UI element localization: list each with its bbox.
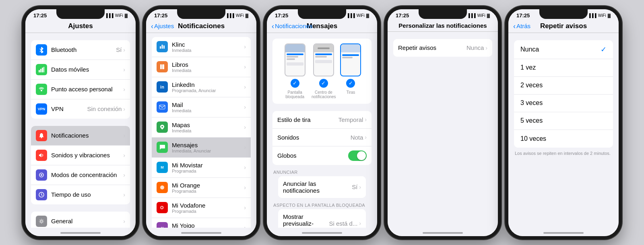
anunciar-section-header: ANUNCIAR [267,165,377,176]
battery-icon: ▓ [246,13,248,18]
globos-toggle[interactable] [348,150,367,161]
list-item-mivodafone[interactable]: O Mi Vodafone Programada › [152,198,251,218]
bluetooth-icon [36,44,47,56]
list-item-globos[interactable]: Globos [272,146,372,165]
chevron-icon: › [123,86,125,93]
svg-rect-5 [43,67,44,72]
item-label: General [51,218,123,224]
option-nunca[interactable]: Nunca ✓ [514,40,613,59]
item-text: General [51,218,123,224]
aspecto-list: Mostrar previsualiz­aciones Si está d...… [278,209,366,228]
item-label: Tiempo de uso [51,191,123,198]
chevron-icon: › [123,132,125,139]
list-item-mapas[interactable]: Mapas Inmediata › [152,117,251,138]
page-title: Repetir avisos [540,22,587,30]
preview-center: ✓ Centro de notificaciones [312,43,336,99]
option-5veces[interactable]: 5 veces [514,112,613,130]
list-item[interactable]: VPN VPN Sin conexión › [31,99,130,119]
settings-section: Estilo de tira Temporal › Sonidos Nota › [267,111,377,165]
chevron-icon: › [365,116,367,123]
item-sublabel: Programada [172,169,244,173]
list-item-miorange[interactable]: Mi Orange Programada › [152,178,251,198]
item-text: VPN [51,105,87,112]
list-item-klinc[interactable]: Klinc Inmediata › [152,37,251,57]
list-item-mensajes[interactable]: Mensajes Inmediata, Anunciar › [152,138,251,158]
list-item[interactable]: Sonidos y vibraciones › [31,146,130,165]
wifi-icon: WiFi [357,13,365,18]
list-item-mimovistar[interactable]: M Mi Movistar Programada › [152,158,251,178]
list-item-previsualizaciones[interactable]: Mostrar previsualiz­aciones Si está d...… [278,209,366,228]
list-item[interactable]: Punto acceso personal › [31,80,130,99]
item-text: Repetir avisos [398,44,466,51]
mail-icon [157,101,168,113]
mapas-icon [157,121,168,133]
screen-content[interactable]: Nunca ✓ 1 vez 2 veces 3 veces 5 veces [508,33,619,228]
page-title: Notificaciones [178,22,225,30]
item-label: Globos [277,152,348,159]
list-item-anunciar[interactable]: Anunciar las notificaciones Sí › [278,176,366,198]
item-sublabel: Inmediata [172,108,244,113]
list-item[interactable]: Modos de concentración › [31,165,130,185]
nav-bar: ‹ Notificaciones Mensajes [267,21,377,33]
list-item-estilo[interactable]: Estilo de tira Temporal › [272,111,372,129]
phone3-frame: 17:25 ▐▐▐ WiFi ▓ ‹ Notificaciones Mensaj… [264,6,380,239]
item-label: LinkedIn [172,81,244,88]
status-icons: ▐▐▐ WiFi ▓ [588,13,611,18]
back-button[interactable]: ‹ Notificaciones [272,23,312,30]
svg-point-11 [41,220,43,222]
chevron-icon: › [244,124,246,130]
list-item-repetir[interactable]: Repetir avisos Nunca › [393,39,492,57]
list-item-notifications[interactable]: Notificaciones › [31,126,130,146]
chevron-icon: › [123,106,125,112]
option-10veces[interactable]: 10 veces [514,130,613,148]
status-time: 17:25 [33,12,47,19]
screen-content[interactable]: Klinc Inmediata › Libros Inmediata [146,33,256,228]
svg-rect-27 [163,45,165,49]
back-button[interactable]: ‹ Atrás [513,23,530,30]
phone1-frame: 17:25 ▐▐▐ WiFi ▓ Ajustes Bluetooth [22,6,139,239]
item-label: Repetir avisos [398,44,466,51]
item-label: Mi Movistar [172,162,244,169]
option-1vez[interactable]: 1 vez [514,59,613,77]
screen-content[interactable]: ✓ Pantalla bloqueada ✓ [267,33,377,228]
preview-label: Pantalla bloqueada [283,90,307,99]
item-value: Nota [351,134,363,141]
item-text: Mensajes Inmediata, Anunciar [172,142,244,153]
option-3veces[interactable]: 3 veces [514,95,613,112]
aspecto-group: Mostrar previsualiz­aciones Si está d...… [272,209,372,228]
list-item-mail[interactable]: Mail Inmediata › [152,97,251,117]
chevron-icon: › [359,184,361,190]
list-item[interactable]: Tiempo de uso › [31,185,130,204]
list-item-sonidos[interactable]: Sonidos Nota › [272,129,372,146]
preview-section: ✓ Pantalla bloqueada ✓ [272,39,372,104]
list-item-linkedin[interactable]: in LinkedIn Programada, Anunciar › [152,77,251,97]
list-item[interactable]: Datos móviles › [31,60,130,80]
repeat-section: Repetir avisos Nunca › [388,39,498,57]
general-list: General › Centro de control › [31,212,130,228]
chevron-icon: › [123,191,125,198]
preview-phone [313,43,334,76]
checkmark-icon: ✓ [319,79,328,88]
list-item[interactable]: General › [31,212,130,228]
apps-list-container: Klinc Inmediata › Libros Inmediata [146,37,256,228]
focus-icon [36,169,47,181]
status-time: 17:25 [516,12,530,19]
option-2veces[interactable]: 2 veces [514,77,613,95]
chevron-icon: › [244,224,246,228]
svg-rect-7 [41,137,42,138]
list-item[interactable]: Bluetooth Sí › [31,40,130,60]
item-text: Bluetooth [51,46,116,53]
screen-content[interactable]: Repetir avisos Nunca › [388,32,498,226]
notifications-list: Notificaciones › Sonidos y vibraciones › [31,126,130,204]
screen-content[interactable]: Bluetooth Sí › Datos móviles › [25,33,136,228]
status-icons: ▐▐▐ WiFi ▓ [346,13,369,18]
list-item-libros[interactable]: Libros Inmediata › [152,57,251,77]
item-label: Datos móviles [51,66,123,73]
wifi-icon: WiFi [477,13,485,18]
home-indicator [423,232,463,234]
back-button[interactable]: ‹ Ajustes [151,23,174,30]
mensajes-icon [157,142,168,153]
list-item-miyoigo[interactable]: y Mi Yoigo Programada › [152,218,251,228]
checkmark-icon: ✓ [601,45,607,54]
status-time: 17:25 [154,12,167,19]
